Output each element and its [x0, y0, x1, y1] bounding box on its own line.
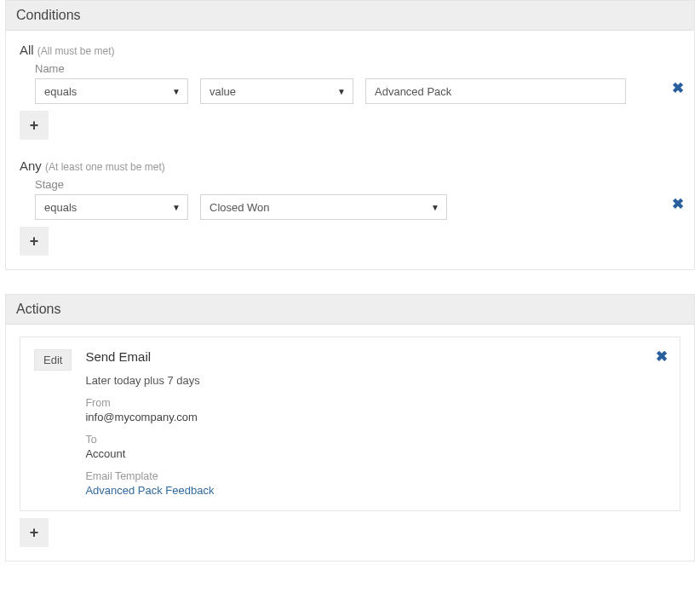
add-action-button[interactable]: + [20, 518, 49, 547]
action-template: Email Template Advanced Pack Feedback [85, 470, 666, 497]
condition-row-stage: Stage equals Closed Won ✖ [35, 178, 680, 220]
add-any-condition-button[interactable]: + [20, 227, 49, 256]
condition-field-label-stage: Stage [35, 178, 680, 191]
action-to-value: Account [85, 447, 666, 460]
plus-icon: + [30, 233, 39, 250]
action-template-link[interactable]: Advanced Pack Feedback [85, 484, 666, 497]
add-all-condition-button[interactable]: + [20, 111, 49, 140]
conditions-all-title-text: All [20, 43, 34, 57]
conditions-all-title: All (All must be met) [20, 43, 680, 57]
mode-select[interactable]: value [200, 78, 353, 104]
action-to: To Account [85, 434, 666, 460]
remove-condition-icon[interactable]: ✖ [672, 79, 684, 97]
conditions-any-title-text: Any [20, 158, 42, 173]
conditions-body: All (All must be met) Name equals value … [6, 31, 694, 269]
conditions-any-title: Any (At least one must be met) [20, 158, 680, 173]
remove-condition-icon-stage[interactable]: ✖ [672, 195, 684, 213]
actions-panel: Actions Edit Send Email Later today plus… [5, 294, 695, 561]
condition-controls-stage: equals Closed Won [35, 194, 680, 220]
condition-row-name: Name equals value ✖ [35, 62, 680, 104]
remove-action-icon[interactable]: ✖ [656, 348, 668, 366]
mode-select-value: value [209, 85, 236, 98]
action-from-value: info@mycompany.com [85, 411, 666, 423]
action-template-label: Email Template [85, 470, 666, 482]
operator-select-value: equals [44, 85, 77, 98]
action-schedule: Later today plus 7 days [85, 374, 666, 387]
edit-action-button[interactable]: Edit [34, 349, 72, 371]
action-title: Send Email [85, 349, 666, 364]
value-input[interactable] [365, 78, 626, 104]
plus-icon: + [30, 524, 39, 542]
condition-controls: equals value [35, 78, 680, 104]
actions-body: Edit Send Email Later today plus 7 days … [6, 325, 694, 561]
actions-header: Actions [6, 295, 694, 325]
action-to-label: To [85, 434, 666, 446]
conditions-panel: Conditions All (All must be met) Name eq… [5, 0, 695, 270]
plus-icon: + [30, 117, 39, 135]
value-select-stage-value: Closed Won [209, 201, 270, 214]
operator-select[interactable]: equals [35, 78, 188, 104]
conditions-all-group: All (All must be met) Name equals value … [20, 43, 680, 140]
operator-select-stage[interactable]: equals [35, 194, 188, 220]
action-item: Edit Send Email Later today plus 7 days … [20, 337, 680, 511]
operator-select-stage-value: equals [44, 201, 77, 214]
action-content: Send Email Later today plus 7 days From … [85, 349, 666, 497]
conditions-all-note: (All must be met) [37, 45, 115, 57]
conditions-any-note: (At least one must be met) [45, 161, 165, 173]
condition-field-label: Name [35, 62, 680, 75]
conditions-any-group: Any (At least one must be met) Stage equ… [20, 158, 680, 256]
value-select-stage[interactable]: Closed Won [200, 194, 447, 220]
conditions-header: Conditions [6, 1, 694, 31]
action-from-label: From [85, 397, 666, 409]
action-from: From info@mycompany.com [85, 397, 666, 423]
